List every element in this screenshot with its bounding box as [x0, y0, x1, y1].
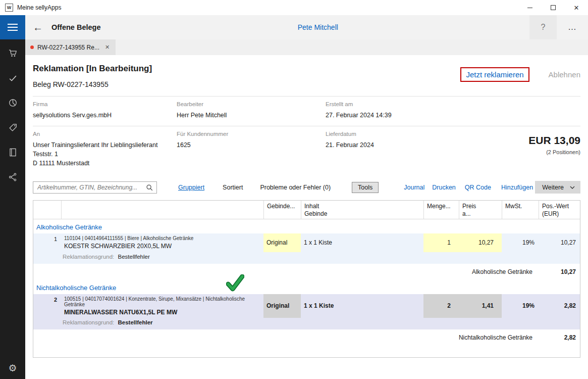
- titlebar: W Meine sellyApps ✕: [0, 0, 588, 15]
- menu-icon[interactable]: [0, 15, 25, 39]
- field-erstellt-am: Erstellt am 27. Februar 2024 14:39: [326, 101, 462, 120]
- window-controls: ✕: [518, 0, 588, 15]
- table-row[interactable]: 1 110104 | 04014964111555 | Biere | Alko…: [33, 233, 580, 252]
- sidebar: ⚙: [0, 15, 25, 379]
- drucken-link[interactable]: Drucken: [432, 184, 456, 191]
- cell-menge[interactable]: 2: [423, 294, 459, 318]
- cell-pos-wert: 2,82: [539, 294, 580, 318]
- gear-icon[interactable]: ⚙: [8, 362, 17, 374]
- tab-close-icon[interactable]: ✕: [105, 44, 110, 51]
- chevron-down-icon: [570, 186, 575, 189]
- table-header-row: Gebinde... Inhalt Gebinde Menge... Preis…: [33, 201, 580, 219]
- row-pos: 2: [33, 294, 61, 318]
- close-button[interactable]: ✕: [565, 0, 588, 15]
- cell-preis[interactable]: 1,41: [459, 294, 502, 318]
- minimize-icon: [527, 8, 532, 8]
- total-amount: EUR 13,09: [528, 134, 580, 147]
- tools-button[interactable]: Tools: [352, 182, 379, 193]
- tab-bar: RW-0227-143955 Re... ✕: [25, 39, 588, 55]
- app-header: ← Offene Belege Pete Mitchell ? …: [25, 15, 588, 39]
- row-artikel: 100515 | 04017074001624 | Konzentrate, S…: [61, 294, 263, 318]
- content: Reklamation [In Bearbeitung] Beleg RW-02…: [25, 55, 588, 379]
- journal-link[interactable]: Journal: [404, 184, 424, 191]
- cell-gebinde[interactable]: Original: [263, 233, 301, 252]
- artikel-meta: 110104 | 04014964111555 | Biere | Alkoho…: [64, 235, 260, 241]
- jetzt-reklamieren-button[interactable]: Jetzt reklamieren: [460, 67, 529, 82]
- col-header-artikel[interactable]: [61, 201, 263, 219]
- col-header-menge[interactable]: Menge...: [423, 201, 459, 219]
- col-header-mwst[interactable]: MwSt.: [502, 201, 539, 219]
- gruppiert-toggle[interactable]: Gruppiert: [178, 184, 204, 191]
- cart-icon[interactable]: [7, 48, 18, 59]
- artikel-meta: 100515 | 04017074001624 | Konzentrate, S…: [64, 296, 260, 307]
- table-row-selected[interactable]: 2 100515 | 04017074001624 | Konzentrate,…: [33, 294, 580, 318]
- field-bearbeiter: Bearbeiter Herr Pete Mitchell: [177, 101, 326, 120]
- qr-code-link[interactable]: QR Code: [465, 184, 491, 191]
- help-button[interactable]: ?: [529, 15, 557, 39]
- group-header: Alkoholische Getränke: [33, 219, 580, 233]
- document-total: EUR 13,09 (2 Positionen): [528, 134, 580, 155]
- field-firma: Firma sellysolutions Serv.ges.mbH: [33, 101, 177, 120]
- app-icon: W: [5, 4, 13, 12]
- field-kundennummer: Für Kundennummer 1625: [177, 131, 326, 168]
- tab-beleg[interactable]: RW-0227-143955 Re... ✕: [25, 39, 116, 55]
- row-pos: 1: [33, 233, 61, 252]
- journal-icon[interactable]: [7, 147, 18, 158]
- green-check-icon: [226, 274, 244, 292]
- minimize-button[interactable]: [518, 0, 542, 15]
- sortiert-toggle[interactable]: Sortiert: [223, 184, 243, 191]
- reklamationsgrund-row: Reklamationsgrund: Bestellfehler: [33, 252, 580, 264]
- cell-inhalt: 1 x 1 Kiste: [301, 294, 423, 318]
- maximize-button[interactable]: [542, 0, 565, 15]
- search-box[interactable]: [33, 181, 157, 194]
- page-title: Offene Belege: [51, 23, 101, 31]
- group-subtotal: Alkoholische Getränke 10,27: [33, 264, 580, 280]
- toolbar: Gruppiert Sortiert Probleme oder Fehler …: [33, 181, 580, 194]
- pie-chart-icon[interactable]: [7, 97, 18, 108]
- col-header-pos-wert[interactable]: Pos.-Wert (EUR): [539, 201, 580, 219]
- col-header-inhalt[interactable]: Inhalt Gebinde: [301, 201, 423, 219]
- reklamationsgrund-row: Reklamationsgrund: Bestellfehler: [33, 318, 580, 329]
- artikel-bezeichnung: MINERALWASSER NATU6X1,5L PE MW: [64, 309, 260, 316]
- field-lieferdatum: Lieferdatum 21. Februar 2024: [326, 131, 462, 168]
- search-icon: [146, 184, 153, 193]
- maximize-icon: [551, 5, 556, 10]
- artikel-bezeichnung: KOESTR SCHWARZBIER 20X0,5L MW: [64, 243, 260, 250]
- checkmark-icon[interactable]: [7, 72, 18, 83]
- group-header: Nichtalkoholische Getränke: [33, 280, 580, 294]
- group-subtotal: Nichtalkoholische Getränke 2,82: [33, 329, 580, 346]
- tab-label: RW-0227-143955 Re...: [37, 44, 99, 51]
- field-an: An Unser Trainingslieferant Ihr Liebling…: [33, 131, 177, 168]
- ablehnen-button[interactable]: Ablehnen: [549, 70, 580, 79]
- share-icon[interactable]: [7, 171, 18, 182]
- back-button[interactable]: ←: [33, 22, 43, 33]
- cell-inhalt: 1 x 1 Kiste: [301, 233, 423, 252]
- weitere-dropdown[interactable]: Weitere: [535, 181, 580, 194]
- row-artikel: 110104 | 04014964111555 | Biere | Alkoho…: [61, 233, 263, 252]
- search-input[interactable]: [33, 184, 156, 191]
- positions-count: (2 Positionen): [528, 149, 580, 155]
- user-name[interactable]: Pete Mitchell: [298, 23, 338, 31]
- tag-icon[interactable]: [7, 122, 18, 133]
- cell-menge[interactable]: 1: [423, 233, 459, 252]
- col-header-pos[interactable]: [33, 201, 61, 219]
- cell-preis[interactable]: 10,27: [459, 233, 502, 252]
- window-title: Meine sellyApps: [17, 4, 61, 11]
- positions-table: Gebinde... Inhalt Gebinde Menge... Preis…: [33, 200, 580, 358]
- probleme-filter[interactable]: Probleme oder Fehler (0): [260, 184, 331, 191]
- cell-gebinde[interactable]: Original: [263, 294, 301, 318]
- cell-pos-wert: 10,27: [539, 233, 580, 252]
- col-header-gebinde[interactable]: Gebinde...: [263, 201, 301, 219]
- col-header-preis[interactable]: Preis a...: [459, 201, 502, 219]
- hinzufuegen-link[interactable]: Hinzufügen: [501, 184, 533, 191]
- cell-mwst: 19%: [502, 233, 539, 252]
- unsaved-dot-icon: [30, 45, 34, 49]
- cell-mwst: 19%: [502, 294, 539, 318]
- more-options-button[interactable]: …: [557, 22, 588, 32]
